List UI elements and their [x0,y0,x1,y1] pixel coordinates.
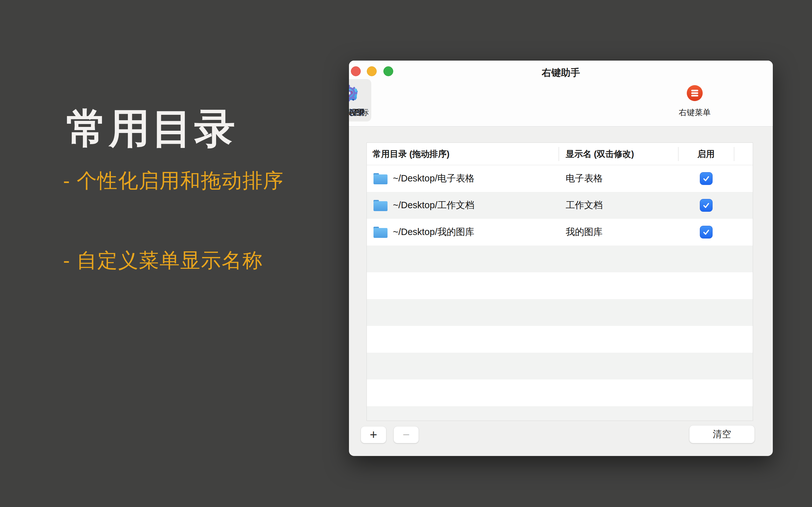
folder-icon [373,225,388,239]
table-row[interactable]: ~/Desktop/我的图库 我的图库 [367,219,753,245]
check-icon [701,200,711,211]
page-title: 常用目录 [66,101,237,157]
column-header-path: 常用目录 (拖动排序) [367,148,559,160]
gear-icon [349,83,359,103]
tab-label: 偏好设置 [349,107,365,118]
menu-list-icon [685,83,705,103]
directory-path: ~/Desktop/我的图库 [393,226,474,238]
tab-preferences[interactable]: 偏好设置 [349,79,371,121]
folder-icon [373,199,388,212]
empty-row [367,299,753,326]
check-icon [701,227,711,237]
display-name[interactable]: 我的图库 [566,227,603,237]
tab-right-click-menu[interactable]: 右键菜单 [672,79,717,121]
display-name[interactable]: 工作文档 [566,200,603,210]
column-divider [734,147,734,161]
table-row[interactable]: ~/Desktop/工作文档 工作文档 [367,192,753,219]
empty-row [367,406,753,421]
empty-row [367,353,753,380]
table-row[interactable]: ~/Desktop/电子表格 电子表格 [367,165,753,192]
column-divider [559,147,559,161]
display-name[interactable]: 电子表格 [566,173,603,183]
feature-bullet-2: - 自定义菜单显示名称 [63,247,263,274]
folder-icon [373,172,388,185]
enabled-checkbox[interactable] [700,199,712,212]
empty-row [367,380,753,406]
column-divider [678,147,679,161]
empty-row [367,326,753,353]
column-header-enabled: 启用 [678,148,734,160]
feature-bullet-1: - 个性化启用和拖动排序 [63,167,284,194]
table-header: 常用目录 (拖动排序) 显示名 (双击修改) 启用 [367,143,753,165]
directories-table: 常用目录 (拖动排序) 显示名 (双击修改) 启用 ~/Desktop/电子表格… [367,143,753,421]
clear-button[interactable]: 清空 [689,426,755,443]
app-window: 右键助手 右键菜单 新建文件 常用目录 [349,61,773,456]
directory-path: ~/Desktop/工作文档 [393,199,474,212]
enabled-checkbox[interactable] [700,226,712,238]
empty-row [367,272,753,299]
window-title: 右键助手 [349,66,773,80]
remove-button[interactable]: − [393,426,419,443]
column-header-display-name: 显示名 (双击修改) [559,148,678,160]
add-button[interactable]: + [361,426,386,443]
tab-label: 右键菜单 [679,107,711,118]
enabled-checkbox[interactable] [700,172,712,185]
directory-path: ~/Desktop/电子表格 [393,172,474,185]
empty-row [367,245,753,272]
check-icon [701,173,711,184]
